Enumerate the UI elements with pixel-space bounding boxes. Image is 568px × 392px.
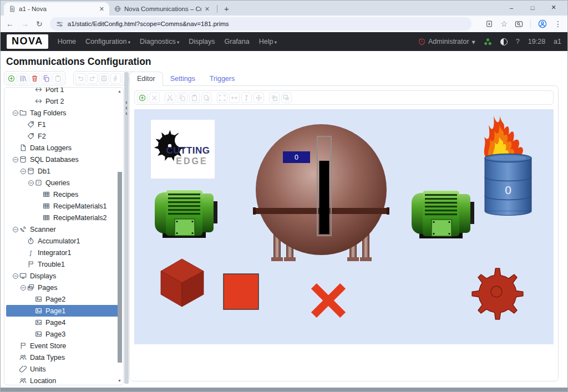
tank-value-box[interactable]: 0 xyxy=(283,151,310,163)
scroll-up-arrow[interactable]: ▲ xyxy=(118,89,121,94)
browser-tab-1[interactable]: a1 - Nova ✕ xyxy=(4,2,109,16)
tree-item-tag-folders[interactable]: Tag Folders xyxy=(4,107,123,119)
help-icon[interactable]: ? xyxy=(516,38,520,45)
collapse-icon[interactable] xyxy=(11,226,19,233)
tab-editor[interactable]: Editor xyxy=(129,72,163,86)
tree-item-page3[interactable]: Page3 xyxy=(4,328,123,340)
tree-item-recipes[interactable]: Recipes xyxy=(4,189,123,200)
user-menu[interactable]: Administrator ▾ xyxy=(418,38,475,46)
tank-level-gauge[interactable] xyxy=(317,136,331,236)
cutting-edge-logo[interactable]: CUTTING EDGE xyxy=(151,120,215,179)
library-button[interactable] xyxy=(18,73,28,84)
tree-item-location[interactable]: Location xyxy=(4,375,123,385)
tree-item-f2[interactable]: F2 xyxy=(4,130,123,142)
display-canvas[interactable]: CUTTING EDGE xyxy=(134,109,554,344)
apply-button[interactable] xyxy=(110,73,121,84)
paste-button[interactable] xyxy=(53,73,63,84)
bookmark-star-icon[interactable]: ☆ xyxy=(500,20,508,28)
add-button[interactable] xyxy=(137,93,148,103)
save-button[interactable] xyxy=(99,73,109,84)
pane-splitter[interactable]: ‹‹‹ xyxy=(124,71,129,385)
nav-link-home[interactable]: Home xyxy=(58,38,76,45)
bring-front-button[interactable] xyxy=(269,93,280,103)
install-icon[interactable] xyxy=(485,20,493,28)
red-square[interactable] xyxy=(224,274,258,309)
nav-link-help[interactable]: Help ▾ xyxy=(259,38,277,45)
nav-link-configuration[interactable]: Configuration ▾ xyxy=(85,38,130,45)
tune-icon[interactable] xyxy=(56,21,63,28)
tree-item-recipematerials1[interactable]: RecipeMaterials1 xyxy=(4,200,123,212)
tab-triggers[interactable]: Triggers xyxy=(202,72,242,85)
tree-item-displays[interactable]: Displays xyxy=(4,270,123,282)
collapse-icon[interactable] xyxy=(11,110,19,116)
tab-settings[interactable]: Settings xyxy=(163,72,202,85)
collapse-icon[interactable] xyxy=(27,180,35,186)
tree-item-page4[interactable]: Page4 xyxy=(4,317,123,328)
tree-item-data-loggers[interactable]: Data Loggers xyxy=(4,142,123,154)
move-button[interactable] xyxy=(253,93,264,103)
collapse-chevrons-icon[interactable]: ‹‹‹ xyxy=(124,100,129,116)
tree-scrollbar[interactable] xyxy=(118,172,122,363)
forward-button[interactable]: → xyxy=(21,20,29,28)
nav-link-displays[interactable]: Displays xyxy=(189,38,215,45)
copy-button[interactable] xyxy=(177,93,187,103)
theme-toggle-icon[interactable] xyxy=(500,38,508,45)
select-button[interactable] xyxy=(217,93,227,103)
nav-link-grafana[interactable]: Grafana xyxy=(225,38,250,45)
minimize-button[interactable]: – xyxy=(501,1,522,14)
resize-horizontal-button[interactable] xyxy=(229,93,240,103)
tree-item-sql-databases[interactable]: SQL Databases xyxy=(4,154,123,165)
undo-button[interactable] xyxy=(75,73,86,84)
new-tab-button[interactable]: + xyxy=(224,4,229,13)
tree-item-scanner[interactable]: Scanner xyxy=(4,223,123,235)
tree-item-trouble1[interactable]: Trouble1 xyxy=(4,258,123,270)
motor-right[interactable] xyxy=(412,191,474,238)
tree-item-db1[interactable]: Db1 xyxy=(4,165,123,177)
red-gear[interactable] xyxy=(472,268,523,319)
browser-tab-2[interactable]: Nova Communications – Cuttin ✕ xyxy=(109,2,215,16)
resize-vertical-button[interactable] xyxy=(241,93,252,103)
tree-item-page1[interactable]: Page1 xyxy=(6,305,121,317)
tree-item-data-types[interactable]: Data Types xyxy=(4,352,123,363)
cluster-status-icon[interactable] xyxy=(484,38,492,46)
close-icon[interactable]: ✕ xyxy=(205,6,210,13)
duplicate-button[interactable] xyxy=(201,93,212,103)
window-close-button[interactable]: ✕ xyxy=(543,1,564,14)
tree-item-recipematerials2[interactable]: RecipeMaterials2 xyxy=(4,212,123,223)
tree-item-pages[interactable]: Pages xyxy=(4,282,123,293)
tree-item-integrator1[interactable]: ∫Integrator1 xyxy=(4,247,123,258)
tab-search-icon[interactable] xyxy=(515,20,523,28)
scroll-down-arrow[interactable]: ▼ xyxy=(118,379,121,383)
back-button[interactable]: ← xyxy=(6,20,14,28)
collapse-icon[interactable] xyxy=(19,168,27,175)
paste-button[interactable] xyxy=(189,93,200,103)
nav-link-diagnostics[interactable]: Diagnostics ▾ xyxy=(140,38,179,45)
close-icon[interactable]: ✕ xyxy=(99,6,104,13)
nova-logo[interactable]: NOVA xyxy=(7,34,48,49)
menu-kebab-icon[interactable]: ⋮ xyxy=(554,20,562,28)
tree-item-event-store[interactable]: Event Store xyxy=(4,340,123,352)
redo-button[interactable] xyxy=(87,73,98,84)
maximize-button[interactable]: □ xyxy=(522,1,543,14)
motor-left[interactable] xyxy=(155,190,217,238)
send-back-button[interactable] xyxy=(281,93,292,103)
delete-button[interactable] xyxy=(149,93,160,103)
profile-avatar[interactable] xyxy=(538,19,547,28)
collapse-icon[interactable] xyxy=(11,156,19,163)
collapse-icon[interactable] xyxy=(19,284,27,291)
tree-item-port-2[interactable]: Port 2 xyxy=(4,95,123,107)
add-button[interactable] xyxy=(6,73,17,84)
cut-button[interactable] xyxy=(165,93,175,103)
delete-button[interactable] xyxy=(29,73,40,84)
tree-item-units[interactable]: Units xyxy=(4,363,123,375)
reload-button[interactable]: ↻ xyxy=(36,20,43,28)
tree-item-queries[interactable]: ?Queries xyxy=(4,177,123,189)
tree-item-port-1[interactable]: Port 1 xyxy=(4,87,123,95)
address-bar[interactable]: a1/static/EditConfig.html?scope=Comms&na… xyxy=(50,17,471,30)
splitter-bar[interactable] xyxy=(124,72,129,384)
collapse-icon[interactable] xyxy=(11,273,19,279)
tree-item-f1[interactable]: F1 xyxy=(4,119,123,130)
tree-item-page2[interactable]: Page2 xyxy=(4,293,123,305)
copy-button[interactable] xyxy=(41,73,52,84)
tree-item-accumulator1[interactable]: Accumulator1 xyxy=(4,235,123,247)
